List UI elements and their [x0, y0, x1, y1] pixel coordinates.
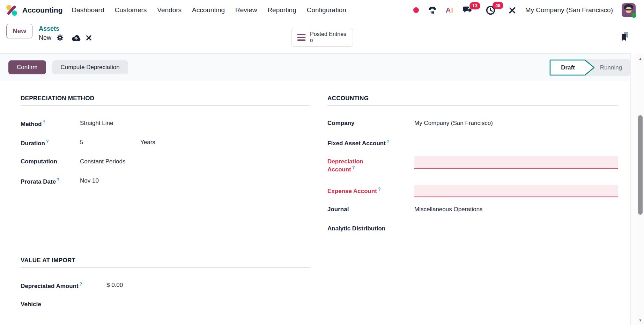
menu-reporting[interactable]: Reporting	[267, 6, 296, 14]
help-icon: ?	[378, 187, 380, 192]
new-button[interactable]: New	[6, 24, 32, 38]
confirm-button[interactable]: Confirm	[8, 60, 46, 74]
company-switcher[interactable]: My Company (San Francisco)	[525, 6, 613, 14]
duration-number-input[interactable]: 5	[80, 139, 140, 146]
odoo-accounting-logo-icon[interactable]	[6, 4, 18, 16]
help-icon: ?	[80, 282, 82, 287]
help-icon: ?	[57, 177, 59, 182]
online-status-dot	[631, 13, 636, 18]
duration-unit[interactable]: Years	[140, 139, 155, 146]
computation-label: Computation	[21, 156, 80, 165]
section-divider	[21, 105, 310, 106]
messages-badge: 13	[469, 2, 480, 9]
method-label: Method?	[21, 118, 80, 128]
field-row-company: Company My Company (San Francisco)	[327, 118, 618, 130]
gear-actions-icon[interactable]	[57, 34, 64, 41]
state-running[interactable]: Running	[595, 64, 630, 71]
prorata-date-label: Prorata Date?	[21, 175, 80, 185]
help-icon: ?	[46, 139, 49, 144]
posted-entries-button[interactable]: Posted Entries 0	[291, 28, 353, 47]
field-row-expense-account: Expense Account?	[327, 185, 618, 197]
help-icon: ?	[352, 165, 355, 170]
activities-clock-icon[interactable]: 48	[486, 5, 496, 15]
field-row-vehicle: Vehicle	[21, 299, 310, 311]
analytic-distribution-label: Analytic Distribution	[327, 223, 414, 232]
menu-review[interactable]: Review	[235, 6, 257, 14]
menu-dashboard[interactable]: Dashboard	[72, 6, 104, 14]
help-icon: ?	[387, 139, 389, 144]
section-divider	[21, 267, 310, 268]
field-row-depreciation-account: Depreciation Account?	[327, 156, 618, 178]
depreciated-amount-label: Depreciated Amount?	[21, 280, 106, 290]
state-widget: Draft Running	[549, 59, 630, 76]
top-navbar: Accounting Dashboard Customers Vendors A…	[0, 0, 644, 20]
company-label: Company	[327, 118, 414, 127]
section-title: VALUE AT IMPORT	[21, 243, 310, 264]
expense-account-input[interactable]	[414, 185, 618, 197]
menu-configuration[interactable]: Configuration	[307, 6, 346, 14]
posted-entries-label: Posted Entries	[310, 31, 346, 37]
field-row-method: Method? Straight Line	[21, 118, 310, 130]
analytic-distribution-input[interactable]	[414, 223, 618, 234]
journal-entries-icon	[297, 34, 305, 41]
journal-value[interactable]: Miscellaneous Operations	[414, 204, 618, 213]
breadcrumb-assets-link[interactable]: Assets	[39, 25, 92, 33]
fixed-asset-account-label: Fixed Asset Account?	[327, 137, 414, 147]
scrollbar-gutter: ▲ ▼	[630, 53, 644, 325]
fixed-asset-account-input[interactable]	[414, 137, 618, 148]
depreciation-account-input[interactable]	[414, 156, 618, 169]
state-draft-label: Draft	[549, 59, 587, 76]
field-row-prorata-date: Prorata Date? Nov 10	[21, 175, 310, 188]
discard-close-icon[interactable]	[86, 35, 92, 41]
expense-account-label: Expense Account?	[327, 185, 414, 195]
scroll-up-arrow[interactable]: ▲	[638, 57, 643, 60]
section-title: DEPRECIATION METHOD	[21, 81, 310, 102]
menu-customers[interactable]: Customers	[114, 6, 147, 14]
field-row-computation: Computation Constant Periods	[21, 156, 310, 169]
messages-icon[interactable]: 13	[462, 6, 473, 15]
compute-depreciation-button[interactable]: Compute Depreciation	[52, 60, 128, 74]
section-divider	[327, 105, 618, 106]
record-indicator-icon[interactable]	[413, 7, 419, 13]
voip-phone-icon[interactable]	[428, 6, 437, 15]
field-row-depreciated-amount: Depreciated Amount? $ 0.00	[21, 280, 310, 292]
menu-accounting[interactable]: Accounting	[192, 6, 225, 14]
field-row-duration: Duration? 5Years	[21, 137, 310, 149]
control-panel: New Assets New	[0, 20, 644, 53]
section-accounting: ACCOUNTING Company My Company (San Franc…	[327, 81, 618, 236]
breadcrumb-current: New	[39, 34, 51, 42]
asset-form-page: Accounting Dashboard Customers Vendors A…	[0, 0, 644, 325]
computation-value[interactable]: Constant Periods	[80, 156, 310, 165]
scroll-down-arrow[interactable]: ▼	[638, 319, 643, 322]
depreciated-amount-value[interactable]: $ 0.00	[106, 280, 310, 289]
method-value[interactable]: Straight Line	[80, 118, 310, 127]
navbar-systray: AI 13 48	[413, 3, 636, 17]
section-title: ACCOUNTING	[327, 81, 618, 102]
state-draft[interactable]: Draft	[549, 59, 595, 76]
activities-badge: 48	[493, 2, 503, 9]
breadcrumb: Assets New	[39, 24, 92, 42]
prorata-date-value[interactable]: Nov 10	[80, 175, 310, 184]
form-sheet: DEPRECIATION METHOD Method? Straight Lin…	[0, 81, 644, 325]
help-icon: ?	[43, 120, 45, 125]
vehicle-label: Vehicle	[21, 299, 106, 308]
scrollbar-track[interactable]: ▲ ▼	[637, 53, 644, 325]
user-avatar[interactable]	[622, 3, 636, 17]
section-depreciation-method: DEPRECIATION METHOD Method? Straight Lin…	[21, 81, 310, 188]
vehicle-input[interactable]	[106, 299, 310, 310]
field-row-journal: Journal Miscellaneous Operations	[327, 204, 618, 216]
section-value-at-import: VALUE AT IMPORT Depreciated Amount? $ 0.…	[21, 243, 310, 311]
ai-assistant-icon[interactable]: AI	[446, 6, 453, 14]
scrollbar-thumb[interactable]	[638, 115, 643, 215]
duration-label: Duration?	[21, 137, 80, 147]
main-menu: Dashboard Customers Vendors Accounting R…	[72, 6, 346, 14]
field-row-fixed-asset-account: Fixed Asset Account?	[327, 137, 618, 149]
statusbar: Confirm Compute Depreciation Draft Runni…	[0, 53, 644, 81]
journal-label: Journal	[327, 204, 414, 213]
company-value[interactable]: My Company (San Francisco)	[414, 118, 618, 127]
menu-vendors[interactable]: Vendors	[157, 6, 182, 14]
debug-tools-icon[interactable]	[508, 6, 517, 15]
app-brand[interactable]: Accounting	[22, 6, 63, 14]
cloud-save-icon[interactable]	[72, 34, 81, 42]
bookmark-icon[interactable]	[621, 31, 629, 42]
